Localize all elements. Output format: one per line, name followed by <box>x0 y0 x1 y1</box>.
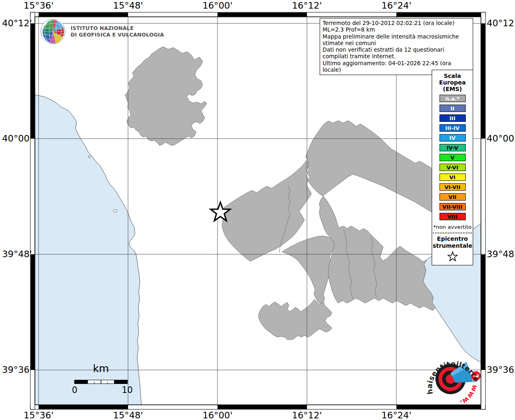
lon-label-bottom: 15°36' <box>23 410 53 420</box>
legend-chip-vi-vii: VI-VII <box>439 183 466 191</box>
legend-chip-viii: VIII <box>439 213 466 220</box>
legend-chip-na: n.a.* <box>439 95 466 102</box>
legend-chip-iii-iv: III-IV <box>439 124 466 132</box>
lon-label-top: 16°24' <box>381 0 411 11</box>
seismic-intensity-map-page: 15°36' 15°48' 16°00' 16°12' 16°24' 15°36… <box>0 0 515 420</box>
scalebar-end: 10 <box>121 385 133 395</box>
lat-label-right: 40°00' <box>487 133 515 144</box>
legend-chip-vi: VI <box>439 173 466 181</box>
ingv-globe-icon <box>40 18 66 45</box>
legend-title: Europea <box>432 79 473 86</box>
legend-footnote: *non avvertito <box>432 224 473 230</box>
event-info-line: Terremoto del 29-10-2012 02:02:21 (ora l… <box>323 20 470 33</box>
legend-chip-v: V <box>439 154 466 161</box>
legend-chip-iii: III <box>439 114 466 122</box>
scalebar-bar <box>74 380 128 384</box>
lon-label-top: 15°48' <box>113 0 143 11</box>
lon-label-top: 16°00' <box>202 0 232 11</box>
lon-label-bottom: 16°12' <box>292 410 322 420</box>
event-info-line: Mappa preliminare delle intensità macros… <box>323 33 470 47</box>
municipality-north <box>125 47 207 146</box>
islet <box>89 156 91 158</box>
lat-label-left: 40°00' <box>0 133 32 144</box>
legend-title: Scala <box>432 73 473 79</box>
legend-chip-vii-viii: VII-VIII <box>439 203 466 210</box>
lat-label-right: 39°36' <box>487 365 515 375</box>
legend-chip-ii: II <box>439 105 466 112</box>
legend-chip-iv: IV <box>439 134 466 142</box>
lon-label-bottom: 16°24' <box>381 410 411 420</box>
ingv-name-line1: ISTITUTO NAZIONALE <box>71 25 164 32</box>
lon-label-bottom: 15°48' <box>113 410 143 420</box>
lon-label-bottom: 16°00' <box>202 410 232 420</box>
legend-chip-iv-v: IV-V <box>439 144 466 151</box>
intensity-legend: Scala Europea (EMS) n.a.* II III III-IV … <box>432 70 473 265</box>
scalebar-start: 0 <box>70 385 80 395</box>
legend-star-icon <box>447 251 458 262</box>
lat-label-left: 39°48' <box>0 249 32 259</box>
scalebar-unit: km <box>75 363 127 374</box>
legend-epicenter-label: Epicentro strumentale <box>433 235 472 249</box>
haisentitoilterremoto-logo: ? haisentitoilterremoto.it www. <box>421 349 486 409</box>
lat-label-right: 39°48' <box>487 249 515 259</box>
municipality-southwest <box>259 299 332 340</box>
municipality-southeast <box>319 196 435 310</box>
ingv-name-line2: DI GEOFISICA E VULCANOLOGIA <box>71 32 164 38</box>
lat-label-left: 39°36' <box>0 365 32 375</box>
legend-divider <box>433 233 472 233</box>
ingv-logo: ISTITUTO NAZIONALE DI GEOFISICA E VULCAN… <box>40 18 164 45</box>
legend-title: (EMS) <box>432 86 473 92</box>
legend-chip-vii: VII <box>439 193 466 201</box>
lat-label-left: 40°12' <box>0 18 32 28</box>
sea-west <box>35 95 142 405</box>
event-info-line: Dati non verificati estratti da 12 quest… <box>323 46 470 60</box>
islet <box>114 210 117 212</box>
lat-label-right: 40°12' <box>487 18 515 28</box>
legend-chip-v-vi: V-VI <box>439 164 466 171</box>
lon-label-top: 15°36' <box>23 0 53 11</box>
municipality-central-tongue <box>282 236 334 304</box>
lon-label-top: 16°12' <box>292 0 322 11</box>
event-info-box: Terremoto del 29-10-2012 02:02:21 (ora l… <box>320 18 473 75</box>
